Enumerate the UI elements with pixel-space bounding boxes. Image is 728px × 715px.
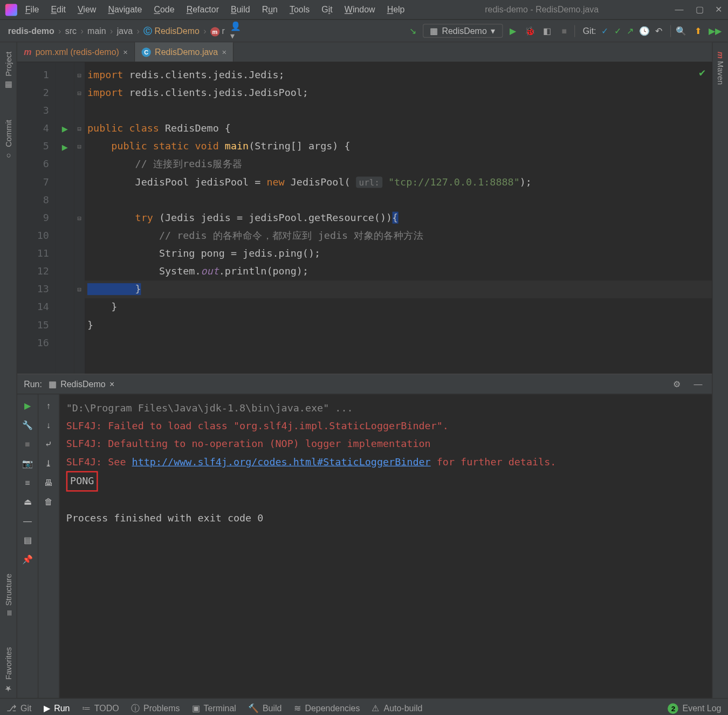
tab-pom[interactable]: m pom.xml (redis-demo) × xyxy=(17,43,135,62)
git-update-icon[interactable]: ✓ xyxy=(601,26,608,36)
clear-icon[interactable]: 🗑 xyxy=(44,497,53,506)
code-body[interactable]: import redis.clients.jedis.Jedis; import… xyxy=(85,62,712,374)
menu-help[interactable]: Help xyxy=(383,3,409,16)
toggle-presentation-icon[interactable]: 👤▾ xyxy=(230,24,245,38)
rerun-icon[interactable]: ▶ xyxy=(24,401,31,411)
fold-icon[interactable]: ⊟ xyxy=(74,66,85,84)
git-history-icon[interactable]: 🕓 xyxy=(639,26,650,36)
left-tool-gutter: ▦ Project ○ Commit ≣ Structure ★ Favorit… xyxy=(0,43,17,698)
menu-view[interactable]: View xyxy=(74,3,100,16)
java-class-icon: C xyxy=(142,47,151,57)
tab-maven[interactable]: m Maven xyxy=(715,46,726,90)
debug-button[interactable]: 🐞 xyxy=(523,24,537,38)
git-rollback-icon[interactable]: ↶ xyxy=(655,26,662,36)
run-gutter-icon[interactable]: ▶ xyxy=(56,138,74,155)
fold-icon[interactable]: ⊟ xyxy=(74,84,85,102)
build-hammer-icon[interactable]: ↘ xyxy=(406,24,420,38)
bb-problems[interactable]: ⓘ Problems xyxy=(131,702,180,714)
crumb-method[interactable]: m r xyxy=(208,24,228,38)
menu-git[interactable]: Git xyxy=(318,3,336,16)
close-tab-icon[interactable]: × xyxy=(123,47,128,57)
stop-button[interactable]: ■ xyxy=(557,24,572,38)
run-config-selector[interactable]: ▦ RedisDemo ▾ xyxy=(423,24,503,38)
fold-icon[interactable]: ⊟ xyxy=(74,120,85,138)
ide-update-icon[interactable]: ⬆ xyxy=(691,24,705,38)
crumb-class[interactable]: Ⓒ RedisDemo xyxy=(141,24,202,38)
tab-commit[interactable]: ○ Commit xyxy=(2,115,14,166)
tab-project[interactable]: ▦ Project xyxy=(2,46,14,95)
bb-run[interactable]: ▶ Run xyxy=(44,703,70,713)
menu-file[interactable]: File xyxy=(21,3,43,16)
menu-navigate[interactable]: Navigate xyxy=(104,3,146,16)
class-icon: Ⓒ xyxy=(143,25,152,35)
up-icon[interactable]: ↑ xyxy=(46,401,51,411)
slf4j-link[interactable]: http://www.slf4j.org/codes.html#StaticLo… xyxy=(132,456,431,468)
bb-event-log[interactable]: 2 Event Log xyxy=(668,703,722,714)
menu-code[interactable]: Code xyxy=(150,3,178,16)
menu-run[interactable]: Run xyxy=(258,3,281,16)
right-tool-gutter: m Maven xyxy=(712,43,727,698)
layout-icon[interactable]: ≡ xyxy=(25,478,30,487)
bb-terminal[interactable]: ▣ Terminal xyxy=(192,703,236,713)
crumb-main[interactable]: main xyxy=(85,24,108,37)
console-actions: ↑ ↓ ⤶ ⤓ 🖶 🗑 xyxy=(38,394,59,698)
close-icon[interactable]: ✕ xyxy=(715,5,722,15)
bb-git[interactable]: ⎇ Git xyxy=(6,703,31,713)
crumb-root[interactable]: redis-demo xyxy=(5,24,57,37)
menu-refactor[interactable]: Refactor xyxy=(182,3,223,16)
hide-icon[interactable]: — xyxy=(691,377,705,391)
close-tab-icon[interactable]: × xyxy=(222,47,227,57)
bb-build[interactable]: 🔨 Build xyxy=(248,703,281,713)
crumb-src[interactable]: src xyxy=(63,24,79,37)
menu-edit[interactable]: Edit xyxy=(47,3,70,16)
run-button[interactable]: ▶ xyxy=(505,24,520,38)
run-title: Run: xyxy=(24,379,42,389)
tab-redisdemo[interactable]: C RedisDemo.java × xyxy=(135,43,233,62)
pong-output: PONG xyxy=(66,471,98,492)
bottom-tool-bar: ⎇ Git ▶ Run ≔ TODO ⓘ Problems ▣ Terminal… xyxy=(0,698,728,715)
tab-structure[interactable]: ≣ Structure xyxy=(2,568,14,622)
code-editor[interactable]: 12345678910111213141516 ▶ ▶ ⊟⊟⊟⊟⊟⊟ impor… xyxy=(17,62,712,374)
bb-autobuild[interactable]: ⚠ Auto-build xyxy=(372,703,422,713)
maximize-icon[interactable]: ▢ xyxy=(696,5,704,15)
run-tool-window: Run: ▦ RedisDemo × ⚙ — ▶ 🔧 ■ 📷 ≡ ⏏ — ▤ 📌 xyxy=(17,374,712,698)
git-commit-icon[interactable]: ✓ xyxy=(614,26,621,36)
run-config-name: RedisDemo xyxy=(442,26,486,36)
search-icon[interactable]: 🔍 xyxy=(674,24,688,38)
run-tab[interactable]: ▦ RedisDemo × xyxy=(49,379,114,389)
coverage-button[interactable]: ◧ xyxy=(540,24,554,38)
soft-wrap-icon[interactable]: ⤶ xyxy=(45,439,52,449)
crumb-java[interactable]: java xyxy=(114,24,135,37)
fold-gutter: ⊟⊟⊟⊟⊟⊟ xyxy=(74,62,85,374)
code-with-me-icon[interactable]: ▶▶ xyxy=(708,24,723,38)
wrench-icon[interactable]: 🔧 xyxy=(22,420,33,430)
gear-icon[interactable]: ⚙ xyxy=(670,377,684,391)
inspection-ok-icon[interactable]: ✔ xyxy=(699,66,705,79)
bb-todo[interactable]: ≔ TODO xyxy=(82,703,119,713)
run-gutter-icon[interactable]: ▶ xyxy=(56,120,74,138)
menu-window[interactable]: Window xyxy=(340,3,379,16)
gutter-run-marks: ▶ ▶ xyxy=(56,62,74,374)
menu-tools[interactable]: Tools xyxy=(286,3,314,16)
close-tab-icon[interactable]: × xyxy=(109,379,114,389)
console-output[interactable]: "D:\Program Files\Java\jdk-1.8\bin\java.… xyxy=(59,394,712,698)
minimize-icon[interactable]: — xyxy=(675,5,684,15)
bb-dependencies[interactable]: ≋ Dependencies xyxy=(294,703,360,713)
dump-icon[interactable]: 📷 xyxy=(22,458,33,468)
layout-toggle-icon[interactable]: ▤ xyxy=(24,535,32,545)
exit-icon[interactable]: ⏏ xyxy=(24,497,32,506)
print-icon[interactable]: 🖶 xyxy=(44,478,53,487)
down-icon[interactable]: ↓ xyxy=(46,420,51,430)
git-push-icon[interactable]: ↗ xyxy=(627,26,634,36)
fold-icon[interactable]: ⊟ xyxy=(74,209,85,227)
stop-icon[interactable]: ■ xyxy=(25,439,30,449)
pin-icon[interactable]: 📌 xyxy=(22,554,33,564)
fold-end-icon[interactable]: ⊟ xyxy=(74,280,85,298)
tab-favorites[interactable]: ★ Favorites xyxy=(2,642,14,698)
method-icon: m xyxy=(210,27,219,36)
menu-build[interactable]: Build xyxy=(227,3,254,16)
line-number-gutter: 12345678910111213141516 xyxy=(17,62,56,374)
fold-icon[interactable]: ⊟ xyxy=(74,138,85,155)
scroll-end-icon[interactable]: ⤓ xyxy=(45,458,52,468)
breadcrumbs[interactable]: redis-demo › src › main › java › Ⓒ Redis… xyxy=(5,24,228,38)
